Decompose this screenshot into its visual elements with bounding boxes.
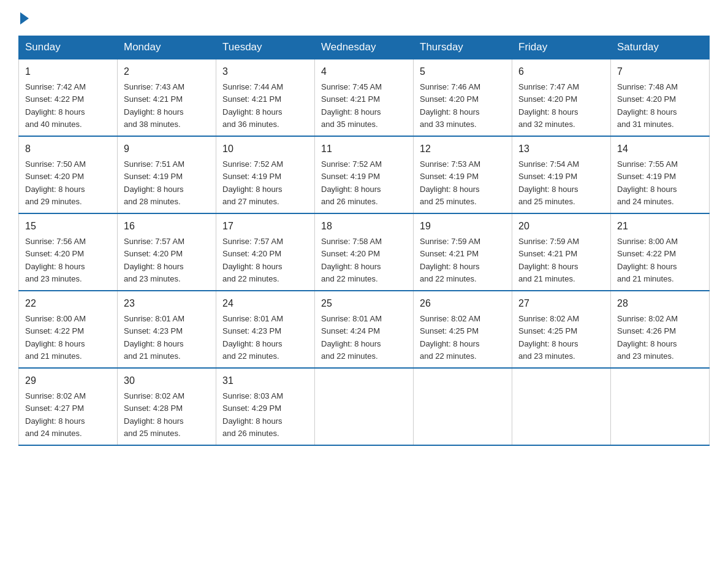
day-number: 21	[617, 219, 703, 234]
table-row: 31 Sunrise: 8:03 AMSunset: 4:29 PMDaylig…	[216, 368, 315, 445]
table-row: 19 Sunrise: 7:59 AMSunset: 4:21 PMDaylig…	[414, 213, 512, 291]
table-row: 29 Sunrise: 8:02 AMSunset: 4:27 PMDaylig…	[19, 368, 118, 445]
weekday-header-row: Sunday Monday Tuesday Wednesday Thursday…	[19, 36, 710, 59]
day-number: 13	[518, 142, 604, 156]
calendar-week-row: 15 Sunrise: 7:56 AMSunset: 4:20 PMDaylig…	[19, 213, 710, 291]
header-thursday: Thursday	[414, 36, 512, 59]
day-number: 12	[420, 142, 506, 156]
table-row: 4 Sunrise: 7:45 AMSunset: 4:21 PMDayligh…	[315, 59, 414, 136]
table-row: 18 Sunrise: 7:58 AMSunset: 4:20 PMDaylig…	[315, 213, 414, 291]
day-number: 16	[124, 219, 210, 234]
day-info: Sunrise: 7:42 AMSunset: 4:22 PMDaylight:…	[25, 82, 86, 129]
table-row: 8 Sunrise: 7:50 AMSunset: 4:20 PMDayligh…	[19, 136, 118, 213]
day-number: 29	[25, 373, 111, 388]
day-info: Sunrise: 8:01 AMSunset: 4:23 PMDaylight:…	[124, 314, 184, 361]
table-row: 27 Sunrise: 8:02 AMSunset: 4:25 PMDaylig…	[512, 291, 611, 368]
day-info: Sunrise: 7:50 AMSunset: 4:20 PMDaylight:…	[25, 159, 86, 206]
day-info: Sunrise: 8:01 AMSunset: 4:24 PMDaylight:…	[321, 314, 382, 361]
calendar-week-row: 22 Sunrise: 8:00 AMSunset: 4:22 PMDaylig…	[19, 291, 710, 368]
day-info: Sunrise: 8:00 AMSunset: 4:22 PMDaylight:…	[25, 314, 86, 361]
table-row: 11 Sunrise: 7:52 AMSunset: 4:19 PMDaylig…	[315, 136, 414, 213]
table-row	[512, 368, 611, 445]
day-info: Sunrise: 7:58 AMSunset: 4:20 PMDaylight:…	[321, 237, 382, 283]
table-row: 25 Sunrise: 8:01 AMSunset: 4:24 PMDaylig…	[315, 291, 414, 368]
day-number: 6	[518, 64, 604, 79]
day-number: 15	[25, 219, 111, 234]
table-row	[315, 368, 414, 445]
day-info: Sunrise: 7:43 AMSunset: 4:21 PMDaylight:…	[124, 82, 184, 129]
day-number: 3	[222, 64, 308, 79]
table-row: 9 Sunrise: 7:51 AMSunset: 4:19 PMDayligh…	[118, 136, 216, 213]
table-row: 22 Sunrise: 8:00 AMSunset: 4:22 PMDaylig…	[19, 291, 118, 368]
day-info: Sunrise: 7:57 AMSunset: 4:20 PMDaylight:…	[124, 237, 184, 283]
day-info: Sunrise: 7:47 AMSunset: 4:20 PMDaylight:…	[518, 82, 579, 129]
table-row: 12 Sunrise: 7:53 AMSunset: 4:19 PMDaylig…	[414, 136, 512, 213]
header-wednesday: Wednesday	[315, 36, 414, 59]
day-number: 27	[518, 296, 604, 311]
day-number: 1	[25, 64, 111, 79]
day-number: 2	[124, 64, 210, 79]
calendar-week-row: 1 Sunrise: 7:42 AMSunset: 4:22 PMDayligh…	[19, 59, 710, 136]
calendar-week-row: 29 Sunrise: 8:02 AMSunset: 4:27 PMDaylig…	[19, 368, 710, 445]
table-row	[414, 368, 512, 445]
day-number: 26	[420, 296, 506, 311]
day-number: 31	[222, 373, 308, 388]
table-row: 1 Sunrise: 7:42 AMSunset: 4:22 PMDayligh…	[19, 59, 118, 136]
table-row: 30 Sunrise: 8:02 AMSunset: 4:28 PMDaylig…	[118, 368, 216, 445]
header-sunday: Sunday	[19, 36, 118, 59]
day-number: 20	[518, 219, 604, 234]
calendar-week-row: 8 Sunrise: 7:50 AMSunset: 4:20 PMDayligh…	[19, 136, 710, 213]
table-row	[611, 368, 710, 445]
table-row: 24 Sunrise: 8:01 AMSunset: 4:23 PMDaylig…	[216, 291, 315, 368]
day-info: Sunrise: 7:55 AMSunset: 4:19 PMDaylight:…	[617, 159, 678, 206]
day-info: Sunrise: 7:52 AMSunset: 4:19 PMDaylight:…	[222, 159, 283, 206]
header-friday: Friday	[512, 36, 611, 59]
day-info: Sunrise: 8:03 AMSunset: 4:29 PMDaylight:…	[222, 391, 283, 438]
table-row: 26 Sunrise: 8:02 AMSunset: 4:25 PMDaylig…	[414, 291, 512, 368]
day-number: 30	[124, 373, 210, 388]
table-row: 21 Sunrise: 8:00 AMSunset: 4:22 PMDaylig…	[611, 213, 710, 291]
day-number: 28	[617, 296, 703, 311]
day-info: Sunrise: 7:53 AMSunset: 4:19 PMDaylight:…	[420, 159, 480, 206]
day-number: 22	[25, 296, 111, 311]
page-header	[18, 12, 710, 29]
calendar-table: Sunday Monday Tuesday Wednesday Thursday…	[18, 36, 710, 446]
day-info: Sunrise: 7:46 AMSunset: 4:20 PMDaylight:…	[420, 82, 480, 129]
day-info: Sunrise: 7:44 AMSunset: 4:21 PMDaylight:…	[222, 82, 283, 129]
day-info: Sunrise: 8:02 AMSunset: 4:25 PMDaylight:…	[420, 314, 480, 361]
day-number: 9	[124, 142, 210, 156]
table-row: 7 Sunrise: 7:48 AMSunset: 4:20 PMDayligh…	[611, 59, 710, 136]
day-info: Sunrise: 7:51 AMSunset: 4:19 PMDaylight:…	[124, 159, 184, 206]
header-saturday: Saturday	[611, 36, 710, 59]
header-tuesday: Tuesday	[216, 36, 315, 59]
day-number: 4	[321, 64, 407, 79]
day-info: Sunrise: 7:52 AMSunset: 4:19 PMDaylight:…	[321, 159, 382, 206]
table-row: 17 Sunrise: 7:57 AMSunset: 4:20 PMDaylig…	[216, 213, 315, 291]
table-row: 20 Sunrise: 7:59 AMSunset: 4:21 PMDaylig…	[512, 213, 611, 291]
day-number: 25	[321, 296, 407, 311]
day-number: 10	[222, 142, 308, 156]
table-row: 23 Sunrise: 8:01 AMSunset: 4:23 PMDaylig…	[118, 291, 216, 368]
table-row: 16 Sunrise: 7:57 AMSunset: 4:20 PMDaylig…	[118, 213, 216, 291]
day-info: Sunrise: 7:54 AMSunset: 4:19 PMDaylight:…	[518, 159, 579, 206]
day-info: Sunrise: 8:02 AMSunset: 4:26 PMDaylight:…	[617, 314, 678, 361]
table-row: 3 Sunrise: 7:44 AMSunset: 4:21 PMDayligh…	[216, 59, 315, 136]
day-info: Sunrise: 7:57 AMSunset: 4:20 PMDaylight:…	[222, 237, 283, 283]
day-info: Sunrise: 8:02 AMSunset: 4:28 PMDaylight:…	[124, 391, 184, 438]
day-info: Sunrise: 7:59 AMSunset: 4:21 PMDaylight:…	[420, 237, 480, 283]
day-number: 18	[321, 219, 407, 234]
day-info: Sunrise: 7:48 AMSunset: 4:20 PMDaylight:…	[617, 82, 678, 129]
table-row: 28 Sunrise: 8:02 AMSunset: 4:26 PMDaylig…	[611, 291, 710, 368]
day-number: 8	[25, 142, 111, 156]
day-info: Sunrise: 7:45 AMSunset: 4:21 PMDaylight:…	[321, 82, 382, 129]
day-number: 7	[617, 64, 703, 79]
day-info: Sunrise: 7:56 AMSunset: 4:20 PMDaylight:…	[25, 237, 86, 283]
day-number: 17	[222, 219, 308, 234]
day-number: 14	[617, 142, 703, 156]
day-info: Sunrise: 8:00 AMSunset: 4:22 PMDaylight:…	[617, 237, 678, 283]
day-number: 23	[124, 296, 210, 311]
table-row: 14 Sunrise: 7:55 AMSunset: 4:19 PMDaylig…	[611, 136, 710, 213]
logo	[18, 12, 29, 29]
table-row: 10 Sunrise: 7:52 AMSunset: 4:19 PMDaylig…	[216, 136, 315, 213]
day-info: Sunrise: 7:59 AMSunset: 4:21 PMDaylight:…	[518, 237, 579, 283]
